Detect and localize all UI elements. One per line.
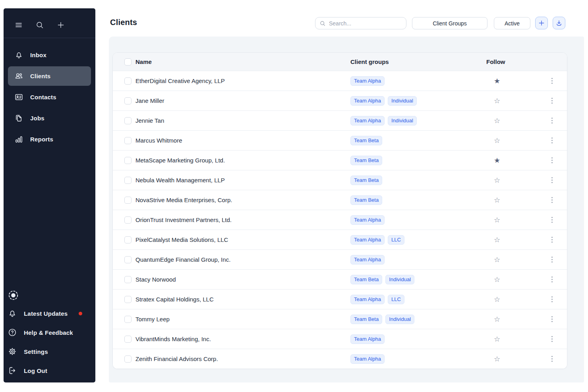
row-checkbox[interactable]	[124, 137, 132, 144]
sidebar-item-reports[interactable]: Reports	[8, 129, 91, 149]
row-menu-kebab-icon[interactable]	[549, 176, 555, 185]
search-input[interactable]	[329, 20, 400, 27]
client-group-chip: Team Beta	[350, 315, 382, 324]
row-checkbox[interactable]	[124, 117, 132, 124]
row-checkbox[interactable]	[124, 77, 132, 85]
row-checkbox[interactable]	[124, 256, 132, 263]
row-menu-kebab-icon[interactable]	[549, 116, 555, 126]
follow-star-icon[interactable]: ☆	[493, 276, 501, 284]
sidebar-item-label: Inbox	[30, 52, 46, 58]
menu-icon[interactable]	[14, 21, 23, 29]
client-name: Jennie Tan	[135, 117, 350, 124]
row-checkbox[interactable]	[124, 276, 132, 283]
sidebar-status-indicator[interactable]	[8, 286, 95, 304]
client-name: QuantumEdge Financial Group, Inc.	[135, 256, 350, 263]
row-checkbox[interactable]	[124, 336, 132, 343]
row-checkbox[interactable]	[124, 236, 132, 243]
row-menu-kebab-icon[interactable]	[549, 156, 555, 165]
plus-icon[interactable]	[56, 21, 65, 29]
sidebar-footer-item-help-feedback[interactable]: Help & Feedback	[8, 323, 95, 342]
sidebar-footer-item-log-out[interactable]: Log Out	[8, 361, 95, 380]
row-menu-kebab-icon[interactable]	[549, 315, 555, 324]
sidebar-item-jobs[interactable]: Jobs	[8, 108, 91, 128]
table-row[interactable]: Jane Miller Team AlphaIndividual ☆	[113, 91, 567, 110]
help-circle-icon	[8, 328, 17, 337]
select-all-checkbox[interactable]	[124, 58, 132, 66]
client-group-chip: Team Beta	[350, 176, 382, 185]
row-checkbox[interactable]	[124, 97, 132, 104]
client-groups-cell: Team AlphaLLC	[350, 295, 480, 304]
follow-star-icon[interactable]: ☆	[493, 236, 501, 244]
download-icon	[555, 19, 563, 27]
follow-star-icon[interactable]: ☆	[493, 137, 501, 145]
follow-star-icon[interactable]: ☆	[493, 295, 501, 303]
sidebar-item-inbox[interactable]: Inbox	[8, 45, 91, 65]
row-checkbox[interactable]	[124, 216, 132, 224]
table-row[interactable]: Tommy Leep Team BetaIndividual ☆	[113, 309, 567, 329]
row-menu-kebab-icon[interactable]	[549, 195, 555, 205]
row-menu-kebab-icon[interactable]	[549, 354, 555, 364]
row-checkbox[interactable]	[124, 316, 132, 323]
search-box[interactable]	[315, 17, 406, 29]
follow-star-icon[interactable]: ☆	[493, 216, 501, 224]
follow-star-icon[interactable]: ☆	[493, 176, 501, 184]
table-row[interactable]: Zenith Financial Advisors Corp. Team Alp…	[113, 349, 567, 369]
client-group-chip: Team Alpha	[350, 96, 385, 106]
table-row[interactable]: PixelCatalyst Media Solutions, LLC Team …	[113, 230, 567, 249]
table-row[interactable]: QuantumEdge Financial Group, Inc. Team A…	[113, 249, 567, 269]
row-menu-kebab-icon[interactable]	[549, 295, 555, 304]
row-checkbox[interactable]	[124, 355, 132, 363]
table-row[interactable]: MetaScape Marketing Group, Ltd. Team Bet…	[113, 150, 567, 170]
row-menu-kebab-icon[interactable]	[549, 76, 555, 86]
client-groups-cell: Team AlphaIndividual	[350, 116, 480, 126]
client-name: EtherDigital Creative Agency, LLP	[135, 77, 350, 84]
row-menu-kebab-icon[interactable]	[549, 235, 555, 245]
follow-star-icon[interactable]: ☆	[493, 335, 501, 343]
row-menu-kebab-icon[interactable]	[549, 255, 555, 265]
row-checkbox[interactable]	[124, 296, 132, 303]
table-row[interactable]: Nebula Wealth Management, LLP Team Beta …	[113, 170, 567, 190]
gear-icon	[8, 347, 17, 356]
follow-star-icon[interactable]: ☆	[493, 97, 501, 105]
export-download-button[interactable]	[553, 17, 565, 29]
row-checkbox[interactable]	[124, 177, 132, 184]
sidebar-footer-label: Latest Updates	[24, 310, 68, 317]
table-row[interactable]: Stacy Norwood Team BetaIndividual ☆	[113, 269, 567, 289]
client-groups-cell: Team Alpha	[350, 215, 480, 225]
follow-star-icon[interactable]: ★	[493, 77, 501, 85]
follow-star-icon[interactable]: ★	[493, 156, 501, 164]
sidebar-item-label: Jobs	[30, 115, 44, 122]
active-filter-button[interactable]: Active	[494, 17, 530, 29]
follow-star-icon[interactable]: ☆	[493, 315, 501, 323]
client-group-chip: Individual	[385, 315, 414, 324]
table-row[interactable]: Marcus Whitmore Team Beta ☆	[113, 130, 567, 150]
search-icon[interactable]	[35, 21, 44, 29]
row-menu-kebab-icon[interactable]	[549, 215, 555, 225]
row-menu-kebab-icon[interactable]	[549, 275, 555, 284]
follow-star-icon[interactable]: ☆	[493, 256, 501, 264]
follow-star-icon[interactable]: ☆	[493, 117, 501, 125]
table-row[interactable]: OrionTrust Investment Partners, Ltd. Tea…	[113, 210, 567, 230]
row-menu-kebab-icon[interactable]	[549, 136, 555, 145]
follow-star-icon[interactable]: ☆	[493, 196, 501, 204]
follow-star-icon[interactable]: ☆	[493, 355, 501, 363]
page-title: Clients	[110, 18, 137, 27]
table-row[interactable]: VibrantMinds Marketing, Inc. Team Alpha …	[113, 329, 567, 349]
client-groups-button[interactable]: Client Groups	[412, 17, 487, 29]
client-name: Stacy Norwood	[135, 276, 350, 283]
client-groups-cell: Team Alpha	[350, 354, 480, 364]
row-checkbox[interactable]	[124, 157, 132, 164]
sidebar-footer-item-settings[interactable]: Settings	[8, 342, 95, 361]
sidebar-footer-item-latest-updates[interactable]: Latest Updates	[8, 304, 95, 323]
row-menu-kebab-icon[interactable]	[549, 96, 555, 106]
table-row[interactable]: Stratex Capital Holdings, LLC Team Alpha…	[113, 289, 567, 309]
client-group-chip: Team Beta	[350, 136, 382, 145]
table-row[interactable]: EtherDigital Creative Agency, LLP Team A…	[113, 71, 567, 91]
sidebar-item-contacts[interactable]: Contacts	[8, 87, 91, 107]
table-row[interactable]: Jennie Tan Team AlphaIndividual ☆	[113, 110, 567, 130]
sidebar-item-clients[interactable]: Clients	[8, 66, 91, 86]
row-checkbox[interactable]	[124, 197, 132, 204]
table-row[interactable]: NovaStrive Media Enterprises, Corp. Team…	[113, 190, 567, 210]
add-client-button[interactable]	[535, 17, 548, 29]
row-menu-kebab-icon[interactable]	[549, 334, 555, 344]
